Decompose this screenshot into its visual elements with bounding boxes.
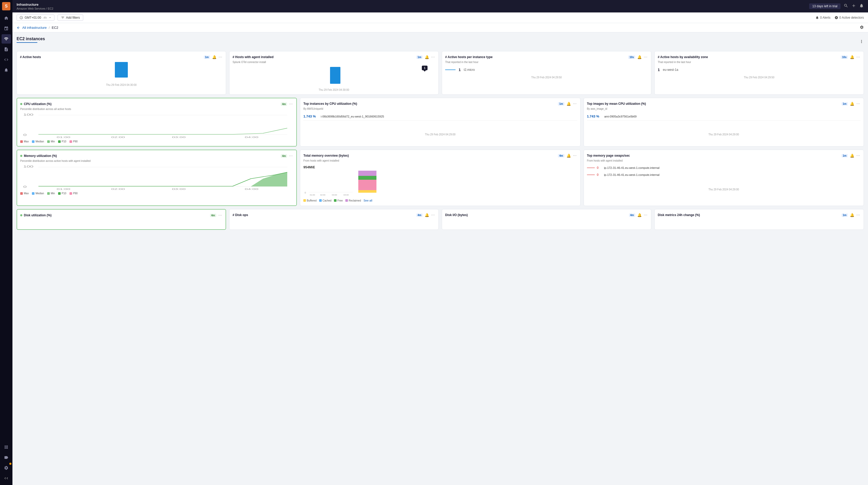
card-hosts-agent-title: # Hosts with agent installed — [232, 55, 415, 59]
card-cpu-subtitle: Percentile distribution across all activ… — [20, 108, 293, 111]
swap-line-1 — [587, 168, 595, 168]
sidebar-item-home[interactable] — [2, 13, 11, 23]
card-top-instances-timestamp: Thu 29 Feb 2024 04:29:00 — [303, 133, 577, 136]
svg-text:100: 100 — [23, 113, 33, 116]
card-per-instance-bell[interactable]: 🔔 — [637, 55, 642, 60]
sidebar-item-modules[interactable] — [2, 443, 11, 452]
swap-host-1: ip-172-31-46-41.eu-west-1.compute.intern… — [604, 166, 659, 169]
card-swaps-subtitle: From hosts with agent installed — [587, 159, 861, 162]
card-per-instance-metric: 1 t2.micro — [445, 66, 648, 74]
svg-text:04:00: 04:00 — [343, 194, 349, 196]
active-detectors-count[interactable]: 0 Active detectors — [835, 16, 864, 20]
svg-text:03:00: 03:00 — [172, 136, 186, 139]
card-per-instance-timestamp: Thu 29 Feb 2024 04:29:50 — [445, 76, 648, 79]
card-total-memory-bell[interactable]: 🔔 — [566, 153, 571, 158]
card-hosts-agent: # Hosts with agent installed 1m 🔔 ⋯ Splu… — [229, 51, 439, 95]
active-detectors-label: 0 Active detectors — [839, 16, 864, 20]
card-active-by-zone: # Active hosts by availability zone 10s … — [654, 51, 864, 95]
card-cpu-util: CPU utilization (%) 4m ⋯ Percentile dist… — [17, 98, 297, 147]
nav-breadcrumb: All infrastructure / EC2 — [12, 23, 868, 32]
swap-val-2: 0 — [597, 173, 602, 177]
card-disk-util-more[interactable]: ⋯ — [218, 213, 222, 218]
card-active-hosts-more[interactable]: ⋯ — [218, 55, 223, 60]
time-selector[interactable]: GMT+01:00 -4h — [17, 14, 55, 21]
card-total-memory-chart-area: 954MiE 0 01:00 02:00 03:00 04:00 — [303, 164, 577, 197]
card-disk-io-more[interactable]: ⋯ — [643, 212, 648, 218]
card-memory-chart: 100 0 01:00 02:00 03:00 04:00 — [20, 164, 293, 190]
card-cpu-chart: 100 0 01:00 02:00 03:00 — [20, 113, 293, 139]
sidebar-item-alerts[interactable] — [2, 65, 11, 75]
card-by-zone-subtitle: That reported in the last hour — [658, 61, 861, 64]
card-disk-util-dot — [20, 214, 22, 216]
svg-text:01:00: 01:00 — [310, 194, 315, 196]
notifications-icon[interactable] — [859, 3, 864, 9]
add-filter-button[interactable]: Add filters — [58, 14, 83, 21]
card-disk-metrics-24h-more[interactable]: ⋯ — [856, 212, 861, 218]
reclaimed-bar — [358, 171, 376, 176]
card-swaps-bell[interactable]: 🔔 — [849, 153, 855, 158]
card-memory-more[interactable]: ⋯ — [288, 153, 293, 158]
card-hosts-agent-bell[interactable]: 🔔 — [424, 55, 430, 60]
card-top-images-bell[interactable]: 🔔 — [849, 101, 855, 107]
sidebar-item-synthetics[interactable] — [2, 55, 11, 64]
sidebar-item-logs[interactable] — [2, 44, 11, 54]
filter-bar: GMT+01:00 -4h Add filters 0 Alerts 0 Act… — [12, 12, 868, 23]
card-by-zone-more[interactable]: ⋯ — [856, 55, 861, 60]
card-total-memory: Total memory overview (bytes) 4m 🔔 ⋯ Fro… — [300, 150, 580, 206]
card-by-zone-bell[interactable]: 🔔 — [849, 55, 855, 60]
card-active-hosts-bell[interactable]: 🔔 — [212, 55, 217, 60]
card-per-instance-badge: 10s — [628, 56, 635, 59]
card-top-instances-more[interactable]: ⋯ — [572, 101, 577, 107]
card-top-instances-title: Top instances by CPU utilization (%) — [303, 102, 556, 105]
sidebar-item-infrastructure[interactable] — [2, 34, 11, 43]
card-disk-metrics-24h-bell[interactable]: 🔔 — [849, 212, 855, 218]
card-total-memory-title: Total memory overview (bytes) — [303, 154, 556, 157]
sidebar-item-settings[interactable] — [2, 463, 11, 473]
app-logo[interactable]: S — [2, 2, 10, 10]
card-top-images-more[interactable]: ⋯ — [856, 101, 861, 107]
card-disk-io-title: Disk I/O (bytes) — [445, 213, 627, 217]
card-memory-util: Memory utilization (%) 4m ⋯ Percentile d… — [17, 150, 297, 206]
sidebar-item-apm[interactable] — [2, 24, 11, 33]
card-top-instances-bell[interactable]: 🔔 — [566, 101, 571, 107]
card-active-hosts-chart — [20, 61, 223, 82]
image-pct: 1.743 % — [587, 114, 601, 118]
card-active-hosts-badge: 1m — [204, 56, 210, 59]
card-cpu-more[interactable]: ⋯ — [288, 101, 293, 107]
image-id: ami-0905a3c97561e0b69 — [604, 115, 637, 118]
card-total-memory-more[interactable]: ⋯ — [572, 153, 577, 158]
card-top-instances-subtitle: By AWSUniqueId — [303, 108, 577, 110]
svg-text:03:00: 03:00 — [332, 194, 337, 196]
card-active-hosts-timestamp: Thu 29 Feb 2024 04:30:00 — [20, 84, 223, 86]
alerts-count[interactable]: 0 Alerts — [815, 16, 830, 20]
list-item: 1.743 % ami-0905a3c97561e0b69 — [587, 112, 861, 121]
section-title: Infrastructure — [17, 3, 53, 6]
back-icon[interactable] — [17, 26, 20, 30]
card-memory-title: Memory utilization (%) — [24, 154, 279, 158]
sidebar-collapse-btn[interactable] — [2, 474, 11, 483]
section-heading: EC2 instances — [17, 37, 45, 41]
sidebar-item-tags[interactable] — [2, 453, 11, 462]
card-top-images-timestamp: Thu 29 Feb 2024 04:29:00 — [587, 133, 861, 136]
card-swaps-more[interactable]: ⋯ — [856, 153, 861, 158]
svg-text:04:00: 04:00 — [245, 136, 258, 139]
all-infrastructure-link[interactable]: All infrastructure — [22, 26, 46, 30]
add-icon[interactable] — [851, 3, 856, 9]
search-icon[interactable] — [844, 3, 848, 9]
card-swaps-timestamp: Thu 29 Feb 2024 04:29:00 — [587, 188, 861, 191]
card-disk-ops-bell[interactable]: 🔔 — [424, 212, 430, 218]
page-settings-icon[interactable] — [860, 25, 864, 30]
card-disk-ops-title: # Disk ops — [232, 213, 415, 217]
alerts-label: 0 Alerts — [820, 16, 830, 20]
card-hosts-agent-more[interactable]: ⋯ — [431, 55, 435, 60]
svg-text:01:00: 01:00 — [57, 136, 70, 139]
see-all-button[interactable]: See all — [364, 199, 372, 203]
section-more-btn[interactable] — [859, 39, 864, 44]
card-per-instance-more[interactable]: ⋯ — [643, 55, 648, 60]
card-disk-ops-more[interactable]: ⋯ — [431, 212, 435, 218]
card-by-zone-metric: 1 eu-west-1a — [658, 66, 861, 74]
card-memory-subtitle: Percentile distribution across active ho… — [20, 159, 293, 162]
card-memory-badge: 4m — [281, 154, 287, 158]
card-top-images-title: Top images by mean CPU utilization (%) — [587, 102, 840, 105]
card-disk-io-bell[interactable]: 🔔 — [637, 212, 642, 218]
